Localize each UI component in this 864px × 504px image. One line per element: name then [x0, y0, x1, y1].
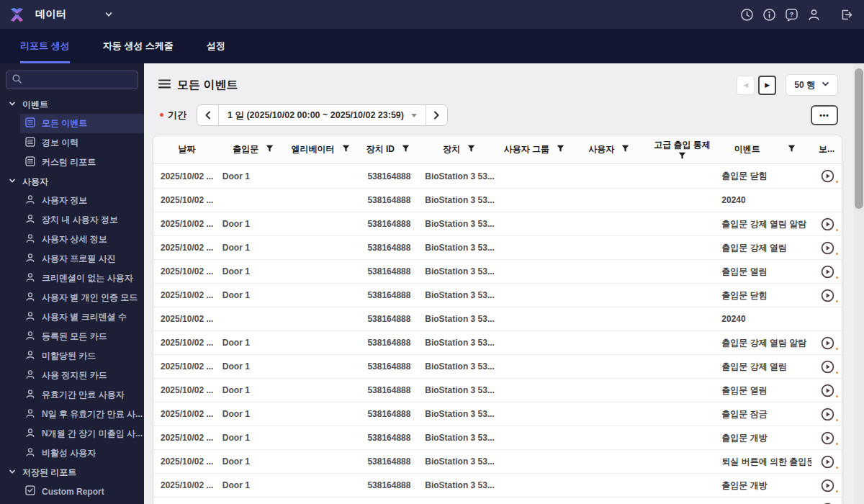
table-row[interactable]: 2025/10/02 ...Door 1538164888BioStation …	[153, 354, 842, 378]
sidebar-item[interactable]: 사용자 별 크리덴셜 수	[20, 307, 144, 327]
table-row[interactable]: 2025/10/02 ...Door 1538164888BioStation …	[153, 212, 842, 235]
column-header-event[interactable]: 이벤트	[718, 135, 811, 163]
checkbox-icon	[25, 485, 35, 498]
sidebar-item[interactable]: 비활성 사용자	[20, 444, 144, 463]
scrollbar-thumb[interactable]	[855, 68, 863, 209]
chevron-down-icon	[9, 176, 16, 186]
sidebar-item[interactable]: 모든 이벤트	[20, 114, 144, 133]
table-row[interactable]: 2025/10/02 ...Door 1538164888BioStation …	[153, 235, 842, 259]
play-video-button[interactable]	[821, 360, 834, 374]
play-video-button[interactable]	[821, 455, 834, 469]
sidebar-item[interactable]: 크리덴셜이 없는 사용자	[20, 269, 144, 288]
filter-icon[interactable]	[557, 145, 564, 155]
column-header-device_id[interactable]: 장치 ID	[354, 135, 421, 163]
sidebar-item-label: 크리덴셜이 없는 사용자	[42, 272, 133, 284]
filter-icon[interactable]	[678, 152, 686, 162]
cell-event: 출입문 강제 열림 알람	[718, 212, 811, 235]
column-header-date[interactable]: 날짜	[153, 135, 220, 163]
table-row[interactable]: 2025/10/02 ...Door 1538164888BioStation …	[153, 330, 842, 354]
table-row[interactable]: 2025/10/02 ...538164888BioStation 3 53..…	[153, 307, 842, 330]
cell-device_id: 538164888	[354, 307, 421, 330]
filter-icon[interactable]	[621, 145, 629, 155]
tab-auto-schedule[interactable]: 자동 생성 스케줄	[103, 29, 174, 63]
column-header-user[interactable]: 사용자	[572, 135, 647, 163]
next-page-button[interactable]: ▶	[758, 76, 776, 95]
table-row[interactable]: 2025/10/02 ...538164888BioStation 3 53..…	[153, 188, 842, 212]
table-row[interactable]: 2025/10/02 ...Door 1538164888BioStation …	[153, 449, 842, 473]
sidebar-item[interactable]: 경보 이력	[20, 133, 144, 153]
cell-user	[572, 260, 647, 283]
sidebar-item[interactable]: 장치 내 사용자 정보	[20, 210, 144, 230]
period-value-dropdown[interactable]: 1 일 (2025/10/02 00:00 ~ 2025/10/02 23:59…	[219, 105, 426, 125]
column-header-advanced[interactable]: 고급 출입 통제	[647, 135, 719, 163]
search-input[interactable]	[26, 75, 138, 85]
table-row[interactable]: 2025/10/02 ...Door 1538164888BioStation …	[153, 497, 842, 504]
play-video-button[interactable]	[821, 431, 834, 445]
sidebar-item[interactable]: 사용자 프로필 사진	[20, 249, 144, 269]
column-header-device[interactable]: 장치	[421, 135, 497, 163]
page-scrollbar[interactable]	[854, 63, 864, 504]
sidebar-item[interactable]: 등록된 모든 카드	[20, 327, 144, 346]
period-prev-button[interactable]	[197, 105, 219, 125]
cell-device_id: 538164888	[354, 331, 421, 354]
cell-elevator	[287, 379, 355, 402]
filter-icon[interactable]	[266, 145, 274, 155]
sidebar-item[interactable]: 사용자 상세 정보	[20, 230, 144, 249]
help-icon[interactable]: ?	[783, 6, 799, 22]
play-video-button[interactable]	[821, 217, 834, 231]
sidebar-search[interactable]	[6, 71, 138, 89]
cell-device: BioStation 3 53...	[421, 164, 497, 188]
sidebar-item[interactable]: 사용 정지된 카드	[20, 366, 144, 385]
cell-device: BioStation 3 53...	[421, 307, 497, 330]
column-header-user_group[interactable]: 사용자 그룹	[497, 135, 572, 163]
table-row[interactable]: 2025/10/02 ...Door 1538164888BioStation …	[153, 259, 842, 283]
rows-per-page-select[interactable]: 50 행	[786, 74, 838, 96]
cell-elevator	[287, 260, 355, 283]
play-video-button[interactable]	[821, 408, 834, 421]
sidebar-item[interactable]: N개월 간 장기 미출입 사...	[20, 424, 144, 444]
play-video-button[interactable]	[821, 384, 834, 397]
column-header-label: 사용자	[588, 143, 614, 156]
prev-page-button[interactable]: ◀	[737, 76, 755, 95]
sidebar-item[interactable]: 미할당된 카드	[20, 346, 144, 366]
sidebar-group-events[interactable]: 이벤트	[0, 95, 144, 114]
app-logo-icon[interactable]	[9, 6, 25, 23]
play-video-button[interactable]	[821, 265, 834, 279]
play-video-button[interactable]	[821, 169, 834, 183]
table-row[interactable]: 2025/10/02 ...Door 1538164888BioStation …	[153, 402, 842, 426]
info-icon[interactable]	[761, 6, 777, 22]
sidebar-item[interactable]: 커스텀 리포트	[20, 153, 144, 172]
sidebar-group-users[interactable]: 사용자	[0, 172, 144, 191]
play-video-button[interactable]	[821, 336, 834, 350]
filter-icon[interactable]	[788, 145, 796, 155]
column-header-elevator[interactable]: 엘리베이터	[287, 135, 355, 163]
user-icon	[25, 233, 35, 246]
table-row[interactable]: 2025/10/02 ...Door 1538164888BioStation …	[153, 473, 842, 497]
clock-icon[interactable]	[739, 6, 755, 22]
table-row[interactable]: 2025/10/02 ...Door 1538164888BioStation …	[153, 426, 842, 449]
logout-icon[interactable]	[838, 6, 854, 22]
user-icon[interactable]	[806, 6, 822, 22]
table-row[interactable]: 2025/10/02 ...Door 1538164888BioStation …	[153, 164, 842, 188]
period-next-button[interactable]	[426, 105, 447, 125]
sidebar-item[interactable]: 유효기간 만료 사용자	[20, 385, 144, 405]
column-header-door[interactable]: 출입문	[220, 135, 287, 163]
play-video-button[interactable]	[821, 241, 834, 255]
sidebar-item[interactable]: Custom Report	[20, 482, 144, 501]
filter-icon[interactable]	[342, 145, 350, 155]
table-row[interactable]: 2025/10/02 ...Door 1538164888BioStation …	[153, 283, 842, 307]
table-row[interactable]: 2025/10/02 ...Door 1538164888BioStation …	[153, 378, 842, 402]
sidebar-group-saved-reports[interactable]: 저장된 리포트	[0, 463, 144, 482]
sidebar-item[interactable]: N일 후 유효기간 만료 사...	[20, 405, 144, 424]
sidebar-item[interactable]: 사용자 정보	[20, 191, 144, 210]
tab-settings[interactable]: 설정	[207, 29, 225, 63]
more-options-button[interactable]: •••	[811, 105, 838, 125]
filter-icon[interactable]	[402, 145, 410, 155]
filter-icon[interactable]	[467, 145, 475, 155]
play-video-button[interactable]	[821, 289, 834, 302]
sidebar-item[interactable]: 사용자 별 개인 인증 모드	[20, 288, 144, 307]
app-menu-chevron-down-icon[interactable]	[104, 10, 113, 19]
column-header-view[interactable]: 보...	[811, 135, 842, 163]
tab-report-generation[interactable]: 리포트 생성	[20, 29, 70, 63]
play-video-button[interactable]	[821, 479, 834, 492]
